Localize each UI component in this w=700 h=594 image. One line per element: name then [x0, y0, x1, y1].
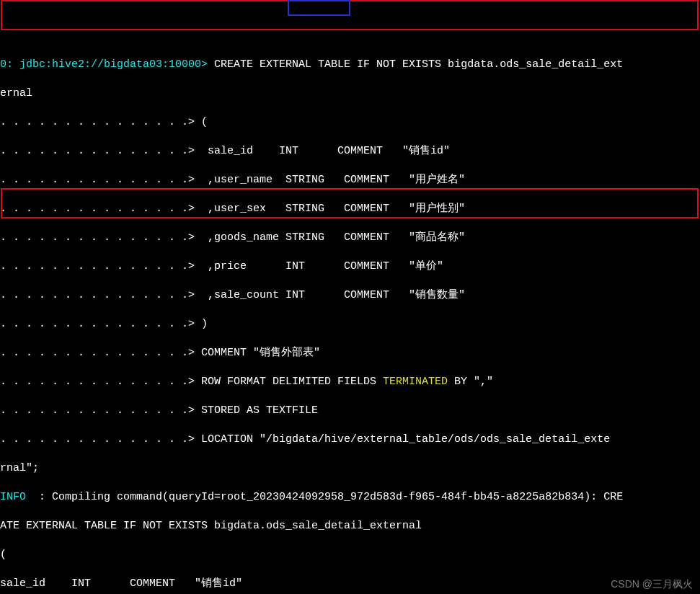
cont-location: . . . . . . . . . . . . . . .> LOCATION …	[0, 433, 700, 447]
create-wrap: ernal	[0, 87, 700, 101]
cont-comment: . . . . . . . . . . . . . . .> COMMENT "…	[0, 346, 700, 360]
cont-paren-close: . . . . . . . . . . . . . . .> )	[0, 317, 700, 332]
col-3: . . . . . . . . . . . . . . .> ,goods_na…	[0, 231, 700, 245]
info-compile-2: ATE EXTERNAL TABLE IF NOT EXISTS bigdata…	[0, 519, 700, 533]
highlight-box-external	[288, 0, 350, 16]
highlight-box-location	[1, 188, 699, 218]
location-wrap: rnal";	[0, 461, 700, 476]
col-4: . . . . . . . . . . . . . . .> ,price IN…	[0, 260, 700, 274]
echo-open: (	[0, 548, 700, 562]
cont-paren-open: . . . . . . . . . . . . . . .> (	[0, 115, 700, 130]
terminated-kw: TERMINATED	[383, 376, 448, 388]
col-1: . . . . . . . . . . . . . . .> ,user_nam…	[0, 173, 700, 187]
prompt-line: 0: jdbc:hive2://bigdata03:10000> CREATE …	[0, 58, 700, 72]
external-kw: EXTERNAL	[260, 58, 311, 71]
echo-col-0: sale_id INT COMMENT "销售id"	[0, 577, 700, 591]
col-0: . . . . . . . . . . . . . . .> sale_id I…	[0, 144, 700, 159]
create-head-2: TABLE IF NOT EXISTS bigdata.ods_sale_det…	[311, 58, 623, 71]
info-label: INFO	[0, 491, 26, 503]
watermark: CSDN @三月枫火	[611, 577, 693, 591]
info-compile: INFO : Compiling command(queryId=root_20…	[0, 490, 700, 505]
create-head-1: CREATE	[214, 58, 260, 71]
cont-stored: . . . . . . . . . . . . . . .> STORED AS…	[0, 404, 700, 418]
prompt: 0: jdbc:hive2://bigdata03:10000>	[0, 58, 214, 71]
col-5: . . . . . . . . . . . . . . .> ,sale_cou…	[0, 288, 700, 303]
cont-rowformat: . . . . . . . . . . . . . . .> ROW FORMA…	[0, 375, 700, 389]
